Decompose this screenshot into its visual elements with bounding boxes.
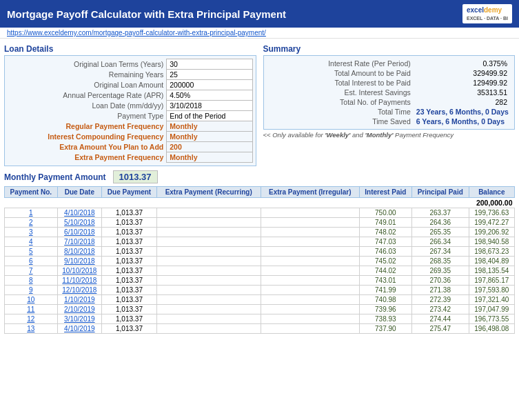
extra-payment-irregular[interactable] [261, 266, 359, 276]
extra-payment-recurring[interactable] [156, 247, 261, 257]
table-row: 36/10/20181,013.37748.02265.35199,206.92 [5, 228, 515, 237]
loan-detail-value[interactable]: End of the Period [167, 111, 252, 121]
interest-paid: 741.99 [359, 286, 411, 295]
loan-detail-label: Original Loan Terms (Years) [8, 59, 167, 70]
extra-payment-irregular[interactable] [261, 324, 359, 334]
loan-detail-label: Annual Percentage Rate (APR) [8, 90, 167, 101]
interest-paid: 739.96 [359, 305, 411, 314]
table-column-header: Principal Paid [411, 187, 469, 198]
main-content-area: Loan Details Original Loan Terms (Years)… [4, 41, 515, 166]
loan-detail-row: Remaining Years25 [8, 70, 252, 80]
due-payment: 1,013.37 [102, 324, 157, 334]
loan-detail-value[interactable]: 3/10/2018 [167, 101, 252, 111]
loan-detail-label: Payment Type [8, 111, 167, 121]
loan-detail-value[interactable]: 200000 [167, 80, 252, 90]
loan-detail-value[interactable]: Monthly [167, 152, 252, 163]
table-row: 710/10/20181,013.37744.02269.35198,135.5… [5, 266, 515, 276]
interest-paid: 747.03 [359, 237, 411, 247]
monthly-payment-label: Monthly Payment Amount [4, 172, 106, 182]
extra-payment-irregular[interactable] [261, 218, 359, 228]
monthly-payment-value: 1013.37 [113, 170, 158, 183]
balance: 196,773.55 [469, 314, 514, 324]
summary-value: 329499.92 [414, 68, 511, 78]
summary-value: 6 Years, 6 Months, 0 Days [414, 117, 511, 126]
loan-detail-label: Remaining Years [8, 70, 167, 80]
interest-paid: 738.93 [359, 314, 411, 324]
summary-value: 129499.92 [414, 78, 511, 88]
summary-label: Total Time [267, 107, 414, 117]
loan-detail-value[interactable]: 30 [167, 59, 252, 70]
balance: 198,673.23 [469, 247, 514, 257]
summary-label: Total No. of Payments [267, 97, 414, 107]
summary-value: 23 Years, 6 Months, 0 Days [414, 107, 511, 117]
payment-no: 12 [5, 314, 58, 324]
due-payment: 1,013.37 [102, 305, 157, 314]
payment-table: Payment No.Due DateDue PaymentExtra Paym… [4, 186, 515, 334]
balance: 198,135.54 [469, 266, 514, 276]
loan-detail-row: Regular Payment FrequencyMonthly [8, 121, 252, 132]
summary-row: Total No. of Payments282 [267, 97, 512, 107]
payment-no: 2 [5, 218, 58, 228]
due-payment: 1,013.37 [102, 295, 157, 305]
loan-detail-value[interactable]: 25 [167, 70, 252, 80]
loan-details-table: Original Loan Terms (Years)30Remaining Y… [8, 59, 253, 163]
due-date: 10/10/2018 [57, 266, 102, 276]
balance: 198,404.89 [469, 257, 514, 266]
extra-payment-recurring[interactable] [156, 208, 261, 218]
loan-detail-label: Extra Payment Frequency [8, 152, 167, 163]
due-payment: 1,013.37 [102, 247, 157, 257]
extra-payment-recurring[interactable] [156, 237, 261, 247]
summary-label: Est. Interest Savings [267, 88, 414, 97]
loan-detail-value[interactable]: 200 [167, 142, 252, 152]
extra-payment-recurring[interactable] [156, 257, 261, 266]
table-row: 14/10/20181,013.37750.00263.37199,736.63 [5, 208, 515, 218]
extra-payment-irregular[interactable] [261, 276, 359, 286]
extra-payment-irregular[interactable] [261, 314, 359, 324]
due-payment: 1,013.37 [102, 218, 157, 228]
table-row: 69/10/20181,013.37745.02268.35198,404.89 [5, 257, 515, 266]
table-column-header: Extra Payment (Irregular) [261, 187, 359, 198]
summary-row: Est. Interest Savings35313.51 [267, 88, 512, 97]
extra-payment-irregular[interactable] [261, 305, 359, 314]
balance: 199,472.27 [469, 218, 514, 228]
summary-label: Time Saved [267, 117, 414, 126]
loan-detail-row: Extra Payment FrequencyMonthly [8, 152, 252, 163]
due-date: 3/10/2019 [57, 314, 102, 324]
principal-paid: 269.35 [411, 266, 469, 276]
principal-paid: 263.37 [411, 208, 469, 218]
table-row: 101/10/20191,013.37740.98272.39197,321.4… [5, 295, 515, 305]
extra-payment-recurring[interactable] [156, 295, 261, 305]
extra-payment-irregular[interactable] [261, 247, 359, 257]
extra-payment-recurring[interactable] [156, 276, 261, 286]
extra-payment-irregular[interactable] [261, 237, 359, 247]
payment-no: 1 [5, 208, 58, 218]
principal-paid: 274.44 [411, 314, 469, 324]
due-payment: 1,013.37 [102, 257, 157, 266]
extra-payment-irregular[interactable] [261, 286, 359, 295]
url-bar[interactable]: https://www.exceldemy.com/mortgage-payof… [0, 28, 519, 39]
extra-payment-irregular[interactable] [261, 228, 359, 237]
table-column-header: Extra Payment (Recurring) [156, 187, 261, 198]
summary-table: Interest Rate (Per Period)0.375%Total Am… [267, 59, 512, 126]
extra-payment-recurring[interactable] [156, 305, 261, 314]
extra-payment-recurring[interactable] [156, 314, 261, 324]
extra-payment-recurring[interactable] [156, 228, 261, 237]
loan-detail-value[interactable]: 4.50% [167, 90, 252, 101]
extra-payment-recurring[interactable] [156, 286, 261, 295]
loan-detail-row: Interest Compounding FrequencyMonthly [8, 132, 252, 142]
balance: 197,593.80 [469, 286, 514, 295]
extra-payment-recurring[interactable] [156, 266, 261, 276]
extra-payment-irregular[interactable] [261, 257, 359, 266]
table-row: 47/10/20181,013.37747.03266.34198,940.58 [5, 237, 515, 247]
extra-payment-irregular[interactable] [261, 295, 359, 305]
loan-detail-label: Extra Amount You Plan to Add [8, 142, 167, 152]
loan-detail-value[interactable]: Monthly [167, 121, 252, 132]
url-link[interactable]: https://www.exceldemy.com/mortgage-payof… [7, 29, 266, 37]
extra-payment-irregular[interactable] [261, 208, 359, 218]
extra-payment-recurring[interactable] [156, 218, 261, 228]
payment-no: 8 [5, 276, 58, 286]
loan-detail-value[interactable]: Monthly [167, 132, 252, 142]
payment-no: 10 [5, 295, 58, 305]
principal-paid: 265.35 [411, 228, 469, 237]
extra-payment-recurring[interactable] [156, 324, 261, 334]
